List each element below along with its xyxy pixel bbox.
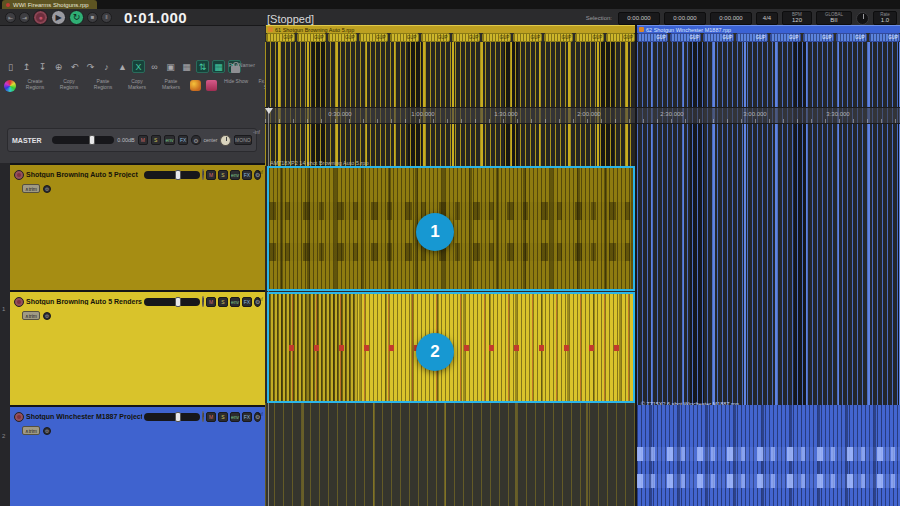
region-block[interactable]: GUP xyxy=(606,33,635,42)
bpm-field[interactable]: BPM 120 xyxy=(782,11,812,25)
empty-lane-left[interactable] xyxy=(265,403,635,506)
track-env-button[interactable]: env xyxy=(230,170,240,180)
track-pan-knob[interactable] xyxy=(202,411,204,422)
subproject-item-header-left[interactable]: 61 Shotgun Browning Auto 5.rpp xyxy=(266,25,635,33)
region-block[interactable]: GUP xyxy=(670,33,701,42)
region-block[interactable]: GUP xyxy=(736,33,767,42)
region-block[interactable]: GUP xyxy=(637,33,668,42)
region-row-left: GUPGUPGUPGUPGUPGUPGUPGUPGUPGUPGUPGUP xyxy=(266,33,635,42)
track-pan-knob[interactable] xyxy=(202,169,204,180)
track-mute-button[interactable]: M xyxy=(206,297,216,307)
project-tab-title: WWI Firearms Shotguns.rpp xyxy=(13,2,89,8)
waveform-overview-yellow[interactable] xyxy=(265,42,635,166)
automation-mode-button[interactable]: ∧trim xyxy=(22,426,40,435)
track-peak-readout: -inf xyxy=(256,296,263,302)
automation-mode-button[interactable]: ∧trim xyxy=(22,184,40,193)
media-item-winchester[interactable] xyxy=(637,405,900,506)
region-block[interactable]: GUP xyxy=(836,33,867,42)
record-arm-icon[interactable] xyxy=(14,170,24,180)
track-solo-button[interactable]: S xyxy=(218,412,228,422)
region-label: GUP xyxy=(407,35,418,40)
track-env-button[interactable]: env xyxy=(230,412,240,422)
region-block[interactable]: GUP xyxy=(803,33,834,42)
repeat-button[interactable]: ↻ xyxy=(69,10,84,25)
transport-buttons: ⇤⇥●▶↻■‖ xyxy=(5,10,112,25)
go-to-end-button[interactable]: ⇥ xyxy=(19,12,30,23)
track-mute-button[interactable]: M xyxy=(206,170,216,180)
region-block[interactable]: GUP xyxy=(421,33,450,42)
track-panel-2[interactable]: Shotgun Browning Auto 5 Renders M S env … xyxy=(10,290,265,405)
track-volume-slider[interactable] xyxy=(144,413,200,421)
subproject-name-right: 62 Shotgun Winchester M1887.rpp xyxy=(646,27,731,33)
region-block[interactable]: GUP xyxy=(869,33,900,42)
pause-button[interactable]: ‖ xyxy=(101,12,112,23)
track-panels: Shotgun Browning Auto 5 Project M S env … xyxy=(10,26,265,506)
global-automation-button[interactable]: GLOBAL BII xyxy=(816,11,852,25)
timeline-ruler[interactable]: 0:30.0001:00.0001:30.0002:00.0002:30.000… xyxy=(265,107,900,124)
track-name[interactable]: Shotgun Browning Auto 5 Renders xyxy=(26,298,142,305)
track-io-icon[interactable]: ⚙ xyxy=(43,427,51,435)
stop-button[interactable]: ■ xyxy=(87,12,98,23)
region-label: GUP xyxy=(623,35,634,40)
arrange-view[interactable]: 61 Shotgun Browning Auto 5.rpp 62 Shotgu… xyxy=(265,25,900,506)
track-solo-button[interactable]: S xyxy=(218,170,228,180)
waveform-overview-blue[interactable] xyxy=(637,42,900,405)
region-block[interactable]: GUP xyxy=(328,33,357,42)
region-block[interactable]: GUP xyxy=(575,33,604,42)
region-block[interactable]: GUP xyxy=(703,33,734,42)
automation-mode-button[interactable]: ∧trim xyxy=(22,311,40,320)
go-to-start-button[interactable]: ⇤ xyxy=(5,12,16,23)
region-block[interactable]: GUP xyxy=(390,33,419,42)
record-button[interactable]: ● xyxy=(33,10,48,25)
track-pan-knob[interactable] xyxy=(202,296,204,307)
region-label: GUP xyxy=(888,35,899,40)
project-modified-icon xyxy=(6,3,10,7)
play-button[interactable]: ▶ xyxy=(51,10,66,25)
bpm-value: 120 xyxy=(792,17,802,24)
region-block[interactable]: GUP xyxy=(297,33,326,42)
subproject-item-header-right[interactable]: 62 Shotgun Winchester M1887.rpp xyxy=(637,25,900,33)
region-block[interactable]: GUP xyxy=(482,33,511,42)
region-block[interactable]: GUP xyxy=(770,33,801,42)
track-mute-button[interactable]: M xyxy=(206,412,216,422)
track-name[interactable]: Shotgun Winchester M1887 Project xyxy=(26,413,142,420)
region-block[interactable]: GUP xyxy=(452,33,481,42)
track-name[interactable]: Shotgun Browning Auto 5 Project xyxy=(26,171,142,178)
ruler-tick-label: 2:00.000 xyxy=(577,111,600,117)
time-signature-field[interactable]: 4/4 xyxy=(756,12,778,25)
status-cluster: Selection: 0:00.000 0:00.000 0:00.000 4/… xyxy=(586,11,897,25)
region-block[interactable]: GUP xyxy=(544,33,573,42)
track-number: 1 xyxy=(2,306,5,312)
track-env-button[interactable]: env xyxy=(230,297,240,307)
region-block[interactable]: GUP xyxy=(359,33,388,42)
selection-label: Selection: xyxy=(586,15,612,21)
project-tab[interactable]: WWI Firearms Shotguns.rpp xyxy=(2,0,97,9)
selection-start-field[interactable]: 0:00.000 xyxy=(618,12,660,25)
track-panel-1[interactable]: Shotgun Browning Auto 5 Project M S env … xyxy=(10,163,265,290)
track-volume-slider[interactable] xyxy=(144,298,200,306)
track-io-icon[interactable]: ⚙ xyxy=(43,312,51,320)
region-block[interactable]: GUP xyxy=(266,33,295,42)
transport-time-display[interactable]: 0:01.000 xyxy=(124,9,187,26)
region-label: GUP xyxy=(689,35,700,40)
play-cursor-icon[interactable] xyxy=(265,108,273,114)
track-fx-button[interactable]: FX xyxy=(242,170,252,180)
track-fx-button[interactable]: FX xyxy=(242,412,252,422)
track-fx-button[interactable]: FX xyxy=(242,297,252,307)
track-volume-slider[interactable] xyxy=(144,171,200,179)
ruler-tick-label: 2:30.000 xyxy=(660,111,683,117)
region-label: GUP xyxy=(531,35,542,40)
playrate-knob[interactable] xyxy=(856,12,869,25)
region-block[interactable]: GUP xyxy=(513,33,542,42)
waveform-peaks xyxy=(637,474,900,488)
selection-length-field[interactable]: 0:00.000 xyxy=(710,12,752,25)
record-arm-icon[interactable] xyxy=(14,297,24,307)
track-solo-button[interactable]: S xyxy=(218,297,228,307)
selection-end-field[interactable]: 0:00.000 xyxy=(664,12,706,25)
track-panel-3[interactable]: Shotgun Winchester M1887 Project M S env… xyxy=(10,405,265,506)
rate-field[interactable]: Rate 1.0 xyxy=(873,11,897,25)
track-io-icon[interactable]: ⚙ xyxy=(43,185,51,193)
track-peak-readout: -inf xyxy=(256,411,263,417)
record-arm-icon[interactable] xyxy=(14,412,24,422)
subproject-icon xyxy=(639,27,644,32)
